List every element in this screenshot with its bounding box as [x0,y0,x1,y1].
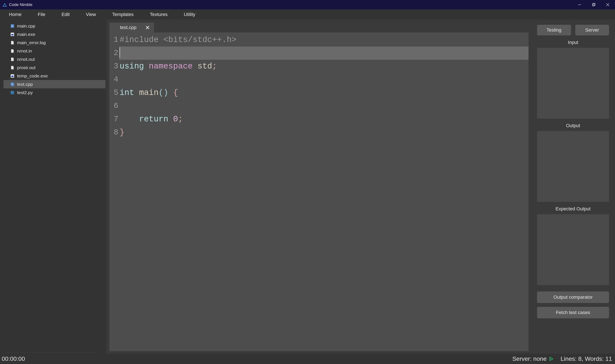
panel-actions: Output comparator Fetch test cases [537,291,609,318]
line-number: 7 [109,113,119,126]
expected-output-label: Expected Output [537,206,609,212]
maximize-button[interactable] [591,2,596,7]
file-name: main.cpp [17,24,35,29]
menu-templates[interactable]: Templates [104,10,142,19]
code-editor[interactable]: 12345678 #include <bits/stdc++.h>using n… [109,32,529,351]
output-section: Output [537,123,609,202]
output-comparator-button[interactable]: Output comparator [537,291,609,303]
file-item[interactable]: Cmain.cpp [3,22,106,30]
svg-rect-10 [11,76,13,77]
menubar: HomeFileEditViewTemplatesTexturesUtility [0,9,615,20]
plain-file-icon [10,40,14,45]
text-cursor [120,47,120,58]
file-item[interactable]: test2.py [3,88,106,97]
file-name: nrnot.out [17,57,35,62]
expected-output-section: Expected Output [537,206,609,285]
editor-tab[interactable]: test.cpp [109,23,154,32]
cpp-file-icon: C [10,24,14,28]
line-number: 6 [109,99,119,113]
file-name: nrnot.in [17,48,32,53]
exe-file-icon [10,74,14,78]
code-line[interactable]: return 0; [119,113,529,126]
svg-rect-13 [11,91,14,94]
status-server: Server: none [512,355,547,362]
code-line[interactable]: } [119,126,529,139]
file-item[interactable]: temp_code.exe [3,72,106,80]
code-line[interactable] [119,47,529,60]
editor-panel: test.cpp 12345678 #include <bits/stdc++.… [106,20,531,354]
menu-edit[interactable]: Edit [53,10,78,19]
status-right: Server: none Lines: 8, Words: 11 [512,355,612,362]
exe-file-icon [10,32,14,37]
code-area[interactable]: #include <bits/stdc++.h>using namespace … [119,32,529,351]
app-title: Code Nimble [9,2,32,7]
svg-point-14 [12,91,12,92]
window-controls [577,2,613,7]
play-icon[interactable] [549,357,554,361]
input-textarea[interactable] [537,48,609,119]
main-content: Cmain.cppmain.exemain_error.lognrnot.inn… [0,20,615,354]
file-name: test2.py [17,90,33,95]
menu-utility[interactable]: Utility [176,10,203,19]
menu-file[interactable]: File [30,10,53,19]
code-line[interactable]: #include <bits/stdc++.h> [119,33,529,47]
menu-home[interactable]: Home [5,10,30,19]
py-file-icon [10,91,14,95]
fetch-test-cases-button[interactable]: Fetch test cases [537,307,609,318]
line-number: 5 [109,86,119,99]
titlebar: Code Nimble [0,0,615,9]
file-explorer: Cmain.cppmain.exemain_error.lognrnot.inn… [0,20,106,354]
editor-tabbar: test.cpp [109,22,529,32]
code-line[interactable]: using namespace std; [119,60,529,73]
svg-text:C: C [12,25,13,27]
file-item[interactable]: main.exe [3,30,106,39]
file-item[interactable]: Ctest.cpp [3,80,106,88]
code-line[interactable]: int main() { [119,86,529,99]
line-gutter: 12345678 [109,32,119,351]
svg-rect-8 [11,34,13,35]
input-label: Input [537,40,609,45]
expected-output-textarea[interactable] [537,214,609,285]
testing-button[interactable]: Testing [537,25,571,35]
file-list: Cmain.cppmain.exemain_error.lognrnot.inn… [3,22,106,351]
svg-rect-1 [592,4,594,6]
file-name: main.exe [17,32,35,37]
file-name: test.cpp [17,82,33,87]
file-name: temp_code.exe [17,73,48,78]
plain-file-icon [10,57,14,62]
file-item[interactable]: nrnot.out [3,55,106,63]
file-name: prosir.out [17,65,35,70]
close-icon[interactable] [145,25,150,30]
server-button[interactable]: Server [575,25,609,35]
status-lines-words: Lines: 8, Words: 11 [561,355,612,362]
panel-button-row: Testing Server [537,25,609,35]
line-number: 4 [109,73,119,86]
titlebar-left: Code Nimble [2,2,32,7]
minimize-button[interactable] [577,2,582,7]
output-textarea[interactable] [537,131,609,202]
status-timer: 00:00:00 [2,355,25,362]
sidebar-divider [5,352,99,352]
plain-file-icon [10,49,14,53]
line-number: 8 [109,126,119,139]
cpp-file-icon: C [10,82,14,86]
input-section: Input [537,40,609,119]
svg-text:C: C [12,83,13,86]
file-item[interactable]: prosir.out [3,63,106,72]
file-name: main_error.log [17,40,46,45]
file-item[interactable]: main_error.log [3,39,106,47]
plain-file-icon [10,65,14,70]
menu-view[interactable]: View [78,10,104,19]
testing-panel: Testing Server Input Output Expected Out… [531,20,615,354]
close-button[interactable] [605,2,610,7]
menu-textures[interactable]: Textures [142,10,176,19]
app-icon [2,2,7,7]
code-line[interactable] [119,73,529,86]
code-line[interactable] [119,99,529,113]
line-number: 2 [109,47,119,60]
line-number: 1 [109,33,119,47]
statusbar: 00:00:00 Server: none Lines: 8, Words: 1… [0,354,615,364]
file-item[interactable]: nrnot.in [3,47,106,55]
line-number: 3 [109,60,119,73]
output-label: Output [537,123,609,129]
